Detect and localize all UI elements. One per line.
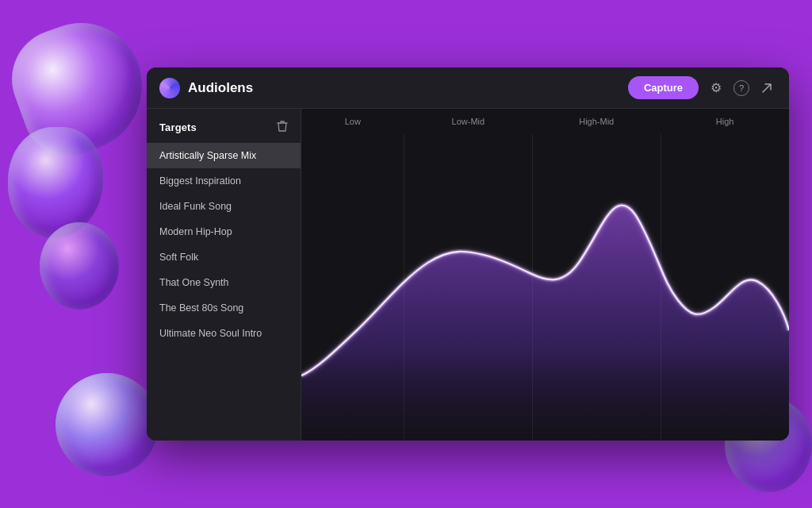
sidebar-item-modern-hip-hop[interactable]: Modern Hip-Hop: [147, 219, 301, 244]
chart-label-low: Low: [301, 109, 404, 134]
sidebar-header: Targets: [147, 109, 301, 143]
chart-label-highmid: High-Mid: [532, 109, 661, 134]
bubble-2: [8, 127, 103, 238]
bubble-4: [56, 373, 159, 476]
chart-label-high: High: [661, 109, 789, 134]
settings-icon[interactable]: ⚙: [707, 79, 726, 98]
arrow-icon[interactable]: [757, 79, 776, 98]
sidebar-list: Artistically Sparse MixBiggest Inspirati…: [147, 143, 301, 346]
help-icon[interactable]: ?: [733, 80, 749, 96]
main-content: Targets Artistically Sparse MixBiggest I…: [147, 109, 789, 441]
delete-icon[interactable]: [277, 120, 288, 135]
sidebar-item-ideal-funk-song[interactable]: Ideal Funk Song: [147, 194, 301, 219]
sidebar-title: Targets: [159, 121, 197, 133]
frequency-chart: [301, 134, 789, 441]
chart-label-lowmid: Low-Mid: [404, 109, 532, 134]
sidebar-item-artistically-sparse[interactable]: Artistically Sparse Mix: [147, 143, 301, 168]
app-title: Audiolens: [188, 80, 628, 96]
chart-area: LowLow-MidHigh-MidHigh: [301, 109, 789, 441]
sidebar-item-the-best-80s-song[interactable]: The Best 80s Song: [147, 295, 301, 321]
app-window: Audiolens Capture ⚙ ? Targets: [147, 67, 789, 441]
sidebar-item-that-one-synth[interactable]: That One Synth: [147, 270, 301, 295]
chart-header: LowLow-MidHigh-MidHigh: [301, 109, 789, 134]
bubble-1: [0, 6, 161, 168]
titlebar: Audiolens Capture ⚙ ?: [147, 67, 789, 109]
bubble-3: [40, 222, 119, 310]
sidebar-item-biggest-inspiration[interactable]: Biggest Inspiration: [147, 168, 301, 194]
chart-fill: [301, 206, 789, 441]
app-logo: [159, 78, 180, 98]
sidebar-item-ultimate-neo-soul[interactable]: Ultimate Neo Soul Intro: [147, 321, 301, 346]
sidebar: Targets Artistically Sparse MixBiggest I…: [147, 109, 301, 441]
capture-button[interactable]: Capture: [628, 76, 699, 99]
titlebar-icons: ⚙ ?: [707, 79, 776, 98]
sidebar-item-soft-folk[interactable]: Soft Folk: [147, 244, 301, 270]
